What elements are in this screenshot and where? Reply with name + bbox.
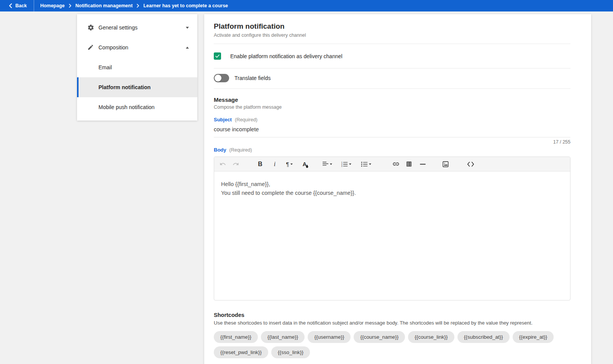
shortcode-pill[interactable]: {{reset_pwd_link}} [214,346,268,358]
breadcrumb-homepage[interactable]: Homepage [40,3,65,8]
sidebar-item-label: General settings [98,24,186,31]
breadcrumb-notification-management[interactable]: Notification management [75,3,133,8]
sidebar-item-label: Email [98,64,112,70]
shortcode-pill[interactable]: {{last_name}} [261,331,305,343]
undo-icon[interactable] [217,159,228,170]
breadcrumb-current-page: Learner has yet to complete a course [143,3,228,8]
body-label-row: Body (Required) [214,147,570,153]
rich-text-editor: B i ¶ A 123 [214,157,570,300]
bold-icon[interactable]: B [255,159,266,170]
editor-body[interactable]: Hello {{first_name}}, You still need to … [214,171,570,300]
top-navigation-bar: Back Homepage Notification management Le… [0,0,613,11]
subject-label[interactable]: Subject [214,117,232,122]
redo-icon[interactable] [230,159,241,170]
toggle-knob [215,75,221,82]
subject-label-row: Subject (Required) [214,117,570,122]
sidebar-item-composition[interactable]: Composition [77,38,197,57]
svg-text:3: 3 [341,165,342,167]
align-icon[interactable] [320,159,334,170]
shortcode-pill[interactable]: {{username}} [308,331,351,343]
translate-fields-label: Translate fields [234,75,270,81]
back-button[interactable]: Back [0,0,34,11]
sidebar-item-platform-notification[interactable]: Platform notification [77,77,197,97]
enable-channel-label: Enable platform notification as delivery… [230,53,343,59]
panel-header: Platform notification Activate and confi… [214,14,570,44]
gear-icon [87,24,94,31]
sidebar-item-label: Composition [98,44,186,51]
sidebar-item-label: Platform notification [98,84,151,90]
chevron-right-icon [69,4,72,8]
shortcode-pill[interactable]: {{course_name}} [354,331,405,343]
sidebar-item-general-settings[interactable]: General settings [77,18,197,38]
sidebar-item-email[interactable]: Email [77,57,197,77]
insert-table-icon[interactable] [403,159,414,170]
editor-toolbar: B i ¶ A 123 [214,157,570,171]
subject-required-label: (Required) [235,117,257,122]
unordered-list-icon[interactable] [358,159,374,170]
chevron-down-icon [186,27,189,29]
checkmark-icon [215,54,220,59]
editor-line: Hello {{first_name}}, [221,180,563,188]
shortcode-pill[interactable]: {{subscribed_at}} [457,331,510,343]
message-section-title: Message [214,96,570,103]
platform-notification-panel: Platform notification Activate and confi… [204,14,591,364]
italic-icon[interactable]: i [269,159,280,170]
breadcrumb: Homepage Notification management Learner… [34,3,228,8]
ordered-list-icon[interactable]: 123 [338,159,354,170]
body-label[interactable]: Body [214,147,226,153]
enable-channel-checkbox[interactable] [214,52,221,60]
enable-channel-row: Enable platform notification as delivery… [214,44,570,69]
subject-input[interactable] [214,122,570,137]
shortcodes-section: Shortcodes Use these shortcodes to inser… [214,312,570,358]
shortcode-pill[interactable]: {{course_link}} [408,331,454,343]
page-subtitle: Activate and configure this delivery cha… [214,33,570,38]
editor-line: You still need to complete the course {{… [221,189,563,197]
settings-sidebar: General settings Composition Email Platf… [77,14,197,121]
sidebar-item-mobile-push-notification[interactable]: Mobile push notification [77,97,197,117]
chevron-right-icon [136,4,139,8]
horizontal-rule-icon[interactable] [417,159,428,170]
shortcode-pill[interactable]: {{sso_link}} [271,346,310,358]
shortcodes-list: {{first_name}} {{last_name}} {{username}… [214,331,570,358]
back-label: Back [15,3,27,8]
shortcode-pill[interactable]: {{first_name}} [214,331,258,343]
chevron-left-icon [8,3,13,8]
chevron-up-icon [186,47,189,49]
pencil-icon [87,44,94,51]
page-title: Platform notification [214,22,570,31]
translate-fields-row: Translate fields [214,69,570,89]
shortcode-pill[interactable]: {{expire_at}} [513,331,554,343]
sidebar-item-label: Mobile push notification [98,104,154,110]
insert-link-icon[interactable] [390,159,401,170]
translate-fields-toggle[interactable] [214,74,229,82]
paragraph-format-icon[interactable]: ¶ [282,159,296,170]
body-required-label: (Required) [229,147,252,153]
text-color-icon[interactable]: A [299,159,310,170]
code-view-icon[interactable] [464,159,477,170]
message-section-subtitle: Compose the platform message [214,104,570,110]
insert-image-icon[interactable] [440,159,451,170]
shortcodes-title: Shortcodes [214,312,570,318]
subject-char-count: 17 / 255 [214,139,570,145]
shortcodes-description: Use these shortcodes to insert data in t… [214,320,570,326]
